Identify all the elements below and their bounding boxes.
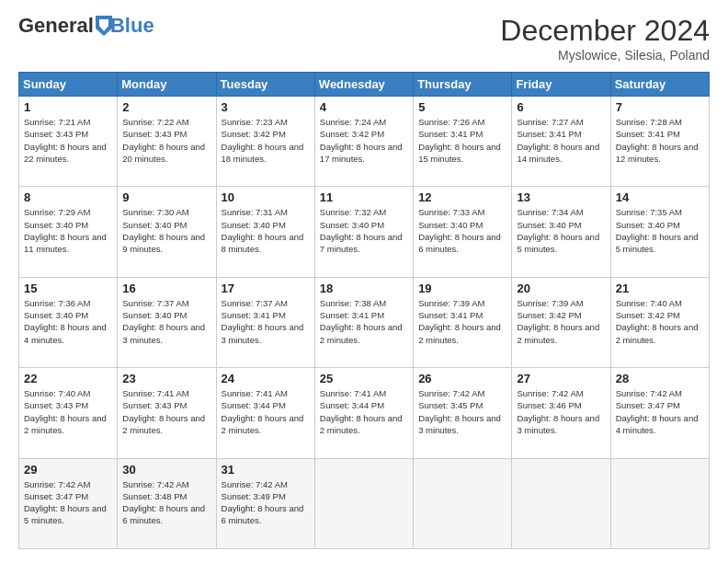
empty-cell [314, 458, 413, 548]
title-block: December 2024 Myslowice, Silesia, Poland [500, 14, 710, 63]
table-row: 22 Sunrise: 7:40 AM Sunset: 3:43 PM Dayl… [19, 368, 710, 458]
list-item: 16 Sunrise: 7:37 AM Sunset: 3:40 PM Dayl… [118, 277, 216, 367]
sunrise: Sunrise: 7:31 AM [222, 207, 288, 217]
day-info: Sunrise: 7:37 AM Sunset: 3:41 PM Dayligh… [222, 297, 310, 346]
sunrise: Sunrise: 7:38 AM [320, 298, 386, 308]
day-number: 4 [320, 100, 408, 114]
day-number: 26 [418, 372, 506, 385]
sunrise: Sunrise: 7:21 AM [24, 117, 90, 127]
sunrise: Sunrise: 7:36 AM [24, 298, 90, 308]
day-info: Sunrise: 7:42 AM Sunset: 3:47 PM Dayligh… [616, 387, 704, 436]
list-item: 18 Sunrise: 7:38 AM Sunset: 3:41 PM Dayl… [314, 277, 413, 367]
list-item: 30 Sunrise: 7:42 AM Sunset: 3:48 PM Dayl… [118, 458, 216, 548]
location: Myslowice, Silesia, Poland [500, 48, 710, 63]
sunrise: Sunrise: 7:24 AM [320, 117, 386, 127]
sunset: Sunset: 3:42 PM [616, 310, 680, 320]
sunrise: Sunrise: 7:42 AM [418, 388, 484, 398]
header: General Blue December 2024 Myslowice, Si… [18, 14, 710, 63]
sunset: Sunset: 3:43 PM [122, 129, 187, 139]
day-number: 11 [320, 190, 408, 204]
day-info: Sunrise: 7:42 AM Sunset: 3:47 PM Dayligh… [24, 478, 112, 527]
sunrise: Sunrise: 7:35 AM [616, 207, 682, 217]
day-info: Sunrise: 7:30 AM Sunset: 3:40 PM Dayligh… [122, 206, 210, 255]
sunrise: Sunrise: 7:42 AM [122, 479, 188, 489]
table-row: 1 Sunrise: 7:21 AM Sunset: 3:43 PM Dayli… [19, 97, 710, 187]
daylight: Daylight: 8 hours and 8 minutes. [222, 232, 304, 254]
sunrise: Sunrise: 7:30 AM [122, 207, 188, 217]
sunrise: Sunrise: 7:22 AM [122, 117, 188, 127]
col-friday: Friday [512, 73, 610, 97]
daylight: Daylight: 8 hours and 7 minutes. [320, 232, 403, 254]
day-number: 16 [122, 282, 210, 295]
day-number: 18 [320, 282, 408, 295]
sunrise: Sunrise: 7:26 AM [418, 117, 484, 127]
col-saturday: Saturday [610, 73, 709, 97]
day-info: Sunrise: 7:42 AM Sunset: 3:49 PM Dayligh… [222, 478, 310, 527]
list-item: 5 Sunrise: 7:26 AM Sunset: 3:41 PM Dayli… [414, 97, 512, 187]
sunrise: Sunrise: 7:33 AM [418, 207, 484, 217]
col-sunday: Sunday [19, 73, 118, 97]
sunset: Sunset: 3:40 PM [320, 220, 384, 230]
sunrise: Sunrise: 7:23 AM [222, 117, 288, 127]
day-info: Sunrise: 7:42 AM Sunset: 3:46 PM Dayligh… [517, 387, 605, 436]
day-number: 25 [320, 372, 408, 385]
day-info: Sunrise: 7:23 AM Sunset: 3:42 PM Dayligh… [222, 116, 310, 165]
day-number: 20 [517, 282, 605, 295]
day-number: 21 [616, 282, 704, 295]
logo: General Blue [18, 14, 154, 38]
day-info: Sunrise: 7:31 AM Sunset: 3:40 PM Dayligh… [222, 206, 310, 255]
sunset: Sunset: 3:46 PM [517, 400, 581, 410]
day-number: 9 [122, 190, 210, 204]
sunrise: Sunrise: 7:40 AM [24, 388, 90, 398]
day-number: 24 [222, 372, 310, 385]
daylight: Daylight: 8 hours and 11 minutes. [24, 232, 107, 254]
day-number: 28 [616, 372, 704, 385]
day-number: 10 [222, 190, 310, 204]
sunset: Sunset: 3:48 PM [122, 491, 187, 501]
sunset: Sunset: 3:41 PM [418, 310, 483, 320]
sunrise: Sunrise: 7:37 AM [222, 298, 288, 308]
table-row: 8 Sunrise: 7:29 AM Sunset: 3:40 PM Dayli… [19, 187, 710, 277]
page: General Blue December 2024 Myslowice, Si… [0, 0, 728, 563]
day-info: Sunrise: 7:41 AM Sunset: 3:44 PM Dayligh… [320, 387, 408, 436]
sunset: Sunset: 3:49 PM [222, 491, 286, 501]
logo-blue: Blue [110, 14, 154, 38]
day-number: 12 [418, 190, 506, 204]
sunrise: Sunrise: 7:27 AM [517, 117, 583, 127]
list-item: 9 Sunrise: 7:30 AM Sunset: 3:40 PM Dayli… [118, 187, 216, 277]
sunrise: Sunrise: 7:41 AM [122, 388, 188, 398]
daylight: Daylight: 8 hours and 5 minutes. [616, 232, 699, 254]
logo-general: General [18, 14, 94, 38]
list-item: 27 Sunrise: 7:42 AM Sunset: 3:46 PM Dayl… [512, 368, 610, 458]
col-tuesday: Tuesday [216, 73, 314, 97]
daylight: Daylight: 8 hours and 22 minutes. [24, 142, 107, 164]
daylight: Daylight: 8 hours and 4 minutes. [24, 322, 107, 344]
sunset: Sunset: 3:42 PM [222, 129, 286, 139]
list-item: 14 Sunrise: 7:35 AM Sunset: 3:40 PM Dayl… [610, 187, 709, 277]
sunset: Sunset: 3:43 PM [24, 400, 88, 410]
day-info: Sunrise: 7:37 AM Sunset: 3:40 PM Dayligh… [122, 297, 210, 346]
day-number: 30 [122, 463, 210, 477]
daylight: Daylight: 8 hours and 2 minutes. [320, 413, 403, 435]
daylight: Daylight: 8 hours and 6 minutes. [222, 503, 304, 525]
day-info: Sunrise: 7:28 AM Sunset: 3:41 PM Dayligh… [616, 116, 704, 165]
day-number: 23 [122, 372, 210, 385]
day-number: 8 [24, 190, 112, 204]
day-number: 19 [418, 282, 506, 295]
sunset: Sunset: 3:41 PM [222, 310, 286, 320]
sunset: Sunset: 3:45 PM [418, 400, 483, 410]
calendar: Sunday Monday Tuesday Wednesday Thursday… [18, 72, 710, 549]
sunrise: Sunrise: 7:42 AM [616, 388, 682, 398]
sunset: Sunset: 3:44 PM [320, 400, 384, 410]
sunset: Sunset: 3:40 PM [616, 220, 680, 230]
day-info: Sunrise: 7:42 AM Sunset: 3:48 PM Dayligh… [122, 478, 210, 527]
empty-cell [512, 458, 610, 548]
daylight: Daylight: 8 hours and 17 minutes. [320, 142, 403, 164]
daylight: Daylight: 8 hours and 15 minutes. [418, 142, 501, 164]
day-info: Sunrise: 7:39 AM Sunset: 3:41 PM Dayligh… [418, 297, 506, 346]
list-item: 17 Sunrise: 7:37 AM Sunset: 3:41 PM Dayl… [216, 277, 314, 367]
list-item: 7 Sunrise: 7:28 AM Sunset: 3:41 PM Dayli… [610, 97, 709, 187]
list-item: 31 Sunrise: 7:42 AM Sunset: 3:49 PM Dayl… [216, 458, 314, 548]
list-item: 20 Sunrise: 7:39 AM Sunset: 3:42 PM Dayl… [512, 277, 610, 367]
daylight: Daylight: 8 hours and 20 minutes. [122, 142, 205, 164]
